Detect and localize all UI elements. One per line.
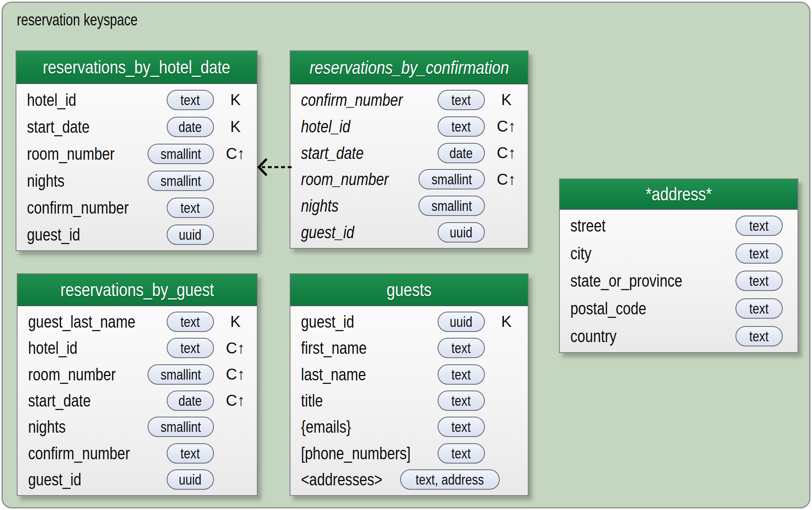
type-pill: text [167,312,214,332]
type-pill: text [438,417,485,437]
column-row: hotel_idtextK [16,86,257,113]
column-row: guest_iduuidK [290,308,528,335]
column-name: start_date [27,117,167,137]
table-title: reservations_by_guest [61,279,214,300]
column-row: nightssmallint [290,193,528,219]
key-marker: K [214,91,257,109]
column-row: state_or_provincetext [560,267,798,295]
key-marker: C↑ [485,171,528,188]
column-row: [phone_numbers]text [290,440,528,466]
key-marker: C↑ [214,339,257,357]
column-row: room_numbersmallintC↑ [290,166,528,193]
column-row: start_datedateC↑ [290,140,528,166]
column-row: room_numbersmallintC↑ [16,140,257,167]
key-marker: C↑ [214,366,257,383]
column-name: room_number [27,144,148,164]
type-pill: text [167,198,214,218]
column-row: {emails}text [290,414,528,440]
reference-arrow-icon [256,157,293,177]
column-row: start_datedateC↑ [18,387,257,414]
table-header: reservations_by_hotel_date [16,51,257,84]
type-pill: text [438,443,485,464]
column-row: confirm_numbertext [18,440,257,466]
table-guests: guests guest_iduuidKfirst_nametextlast_n… [290,273,529,496]
table-body: confirm_numbertextKhotel_idtextC↑start_d… [290,84,528,248]
column-name: hotel_id [27,90,167,110]
column-name: {emails} [301,417,438,437]
table-body: hotel_idtextKstart_datedateKroom_numbers… [16,84,257,250]
type-pill: text [167,90,214,110]
type-pill: uuid [167,469,214,490]
column-name: guest_id [28,470,167,489]
column-name: postal_code [570,299,735,318]
type-pill: text [735,216,783,236]
table-reservations-by-confirmation: reservations_by_confirmation confirm_num… [290,50,529,249]
key-marker: C↑ [485,144,528,162]
column-row: guest_iduuid [18,467,257,493]
column-name: nights [28,417,148,437]
table-header: guests [290,274,528,306]
column-name: room_number [28,365,148,384]
type-pill: date [438,143,485,163]
column-row: titletext [290,387,528,414]
column-name: <addresses> [301,470,400,489]
type-pill: text [438,364,485,385]
column-row: guest_iduuid [16,221,257,248]
type-pill: text [167,338,214,358]
type-pill: smallint [148,171,214,191]
type-pill: text [735,298,783,319]
column-name: [phone_numbers] [301,444,438,463]
table-reservations-by-guest: reservations_by_guest guest_last_nametex… [17,273,258,496]
column-row: confirm_numbertext [16,194,257,221]
keyspace-title: reservation keyspace [17,11,172,29]
key-marker: K [214,313,257,330]
table-body: guest_last_nametextKhotel_idtextC↑room_n… [18,306,257,495]
table-header: *address* [560,179,798,210]
table-title: reservations_by_hotel_date [43,57,230,78]
key-marker: K [485,91,528,109]
key-marker: C↑ [214,145,257,162]
column-row: citytext [560,240,798,267]
column-name: confirm_number [301,90,438,110]
column-name: confirm_number [27,198,167,218]
column-row: confirm_numbertextK [290,87,528,113]
type-pill: smallint [418,169,485,189]
column-name: city [570,244,735,263]
column-row: nightssmallint [16,167,257,194]
type-pill: text [438,90,485,110]
type-pill: text, address [400,469,499,490]
table-header: reservations_by_confirmation [290,51,528,84]
column-name: last_name [301,365,438,384]
type-pill: date [167,117,214,137]
type-pill: smallint [148,144,214,164]
table-reservations-by-hotel-date: reservations_by_hotel_date hotel_idtextK… [16,50,258,251]
column-row: start_datedateK [16,113,257,140]
column-name: guest_id [27,225,167,244]
column-name: hotel_id [28,338,167,358]
column-name: nights [301,196,418,216]
column-name: guest_id [301,312,438,332]
column-name: first_name [301,338,438,358]
column-name: street [570,216,735,235]
table-body: streettextcitytextstate_or_provincetextp… [560,210,798,352]
column-name: room_number [301,169,418,189]
keyspace-container: reservation keyspace reservations_by_hot… [2,2,810,508]
type-pill: smallint [148,364,214,385]
column-row: room_numbersmallintC↑ [18,361,257,387]
type-pill: date [167,391,214,411]
column-name: country [570,326,735,346]
column-row: first_nametext [290,335,528,361]
udt-address: *address* streettextcitytextstate_or_pro… [559,178,798,353]
type-pill: text [735,243,783,264]
key-marker: C↑ [214,392,257,409]
column-name: state_or_province [570,271,735,291]
table-title: guests [386,279,431,300]
column-name: nights [27,171,148,191]
column-name: guest_id [301,223,438,242]
keyspace-title-label: reservation keyspace [17,11,138,29]
key-marker: C↑ [485,118,528,135]
type-pill: smallint [148,417,214,437]
column-row: guest_iduuid [290,219,528,246]
column-row: <addresses>text, address [290,467,528,493]
table-body: guest_iduuidKfirst_nametextlast_nametext… [290,306,528,495]
